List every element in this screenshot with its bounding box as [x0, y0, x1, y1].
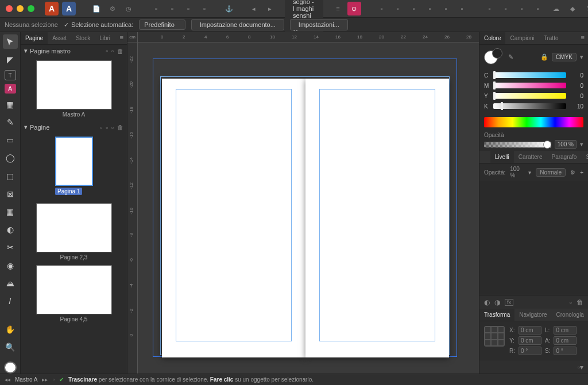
panel-menu-icon[interactable]: ≡ [578, 32, 588, 44]
delete-master-icon[interactable]: 🗑 [117, 48, 123, 55]
distribute-h-icon[interactable]: ▫ [483, 2, 497, 15]
layer-opacity-value[interactable]: 100 % [510, 166, 524, 178]
align-top-icon[interactable]: ▫ [423, 2, 437, 15]
r-input[interactable] [519, 347, 541, 355]
horizontal-ruler[interactable]: 0 2 4 6 8 10 12 14 16 18 20 22 24 26 28 [138, 32, 479, 42]
tab-colore[interactable]: Colore [479, 32, 505, 44]
tab-stock[interactable]: Stock [71, 32, 95, 44]
master-thumbnail[interactable] [21, 57, 127, 111]
autosave-icon[interactable]: ✔ [59, 376, 64, 383]
flip-v-icon[interactable]: ▫ [531, 2, 545, 15]
distribute-v-icon[interactable]: ▫ [499, 2, 513, 15]
delete-layer-icon[interactable]: 🗑 [577, 298, 583, 306]
y-input[interactable] [519, 336, 541, 345]
l-input[interactable] [554, 326, 577, 335]
fill-tool[interactable]: ◐ [3, 223, 18, 237]
page-options-icon[interactable]: ▫ [100, 124, 102, 131]
opacity-slider[interactable] [484, 142, 551, 147]
tab-trasforma[interactable]: Trasforma [479, 309, 514, 321]
anchor-icon[interactable]: ⚓ [225, 2, 233, 15]
disclosure-icon[interactable]: ▾ [24, 47, 28, 55]
tab-stili[interactable]: Sti [581, 151, 588, 163]
s-input[interactable] [554, 347, 577, 355]
move-tool[interactable] [3, 34, 18, 49]
fx-icon[interactable]: fx [505, 299, 513, 306]
arrange-icon-2[interactable]: ▫ [198, 2, 211, 15]
adjustment-icon[interactable]: ◑ [494, 298, 500, 306]
preflight-icon[interactable]: ▫ [52, 376, 55, 383]
anchor-selector[interactable] [484, 326, 505, 347]
x-input[interactable] [519, 326, 541, 335]
layer-clip-icon[interactable]: ▫ [570, 298, 572, 306]
align-center-icon[interactable]: ▫ [391, 2, 405, 15]
layer-settings-icon[interactable]: ⚙ [570, 169, 575, 176]
panel-menu-icon[interactable]: ≡ [117, 32, 127, 44]
current-master[interactable]: Mastro A [15, 376, 37, 383]
document-setup-button[interactable]: Impostazione documento... [191, 19, 284, 30]
tab-blank[interactable] [479, 151, 490, 163]
layer-add-icon[interactable]: + [580, 169, 583, 176]
dropdown-icon[interactable]: ▾ [580, 141, 583, 148]
store-icon[interactable]: ◆ [566, 2, 579, 15]
picture-frame-tool[interactable]: ⊠ [3, 186, 18, 201]
stroke-swatch[interactable] [492, 48, 502, 59]
baseline-grid-icon[interactable]: ≡ [331, 2, 345, 15]
tab-libri[interactable]: Libri [95, 32, 115, 44]
text-frame-tool[interactable]: T [5, 70, 16, 80]
preferences-button[interactable]: Impostazioni... [290, 19, 348, 30]
align-bottom-icon[interactable]: ▫ [455, 2, 469, 15]
tab-navigatore[interactable]: Navigatore [514, 309, 551, 321]
add-page-icon[interactable]: ▫ [106, 124, 108, 131]
delete-page-icon[interactable]: 🗑 [117, 124, 123, 131]
ellipse-tool[interactable]: ◯ [3, 151, 18, 165]
file-open-icon[interactable]: 📄 [90, 2, 103, 15]
prev-spread-icon[interactable]: ◂◂ [5, 376, 10, 383]
tab-cronologia[interactable]: Cronologia [552, 309, 588, 321]
magenta-value[interactable]: 0 [570, 83, 583, 89]
tab-campioni[interactable]: Campioni [505, 32, 539, 44]
black-value[interactable]: 10 [570, 103, 583, 110]
vector-crop-tool[interactable]: ▦ [3, 204, 18, 219]
rounded-rect-tool[interactable]: ▢ [3, 169, 18, 183]
align-right-icon[interactable]: ▫ [407, 2, 421, 15]
yellow-value[interactable]: 0 [570, 93, 583, 99]
a-input[interactable] [554, 336, 577, 345]
page-1-thumbnail[interactable] [21, 137, 127, 186]
ruler-unit[interactable]: cm [127, 32, 138, 42]
tab-tratto[interactable]: Tratto [539, 32, 563, 44]
arrange-front-icon[interactable]: ▫ [165, 2, 179, 15]
next-spread-icon[interactable]: ▸▸ [42, 376, 48, 383]
color-model-select[interactable]: CMYK [552, 53, 577, 61]
duplicate-page-icon[interactable]: ▫ [111, 124, 114, 131]
flip-h-icon[interactable]: ▫ [515, 2, 529, 15]
sync-icon[interactable]: ☁ [550, 2, 563, 15]
persona-publisher-icon[interactable]: A [45, 2, 59, 15]
magenta-slider[interactable] [493, 83, 566, 88]
mask-icon[interactable]: ◐ [484, 298, 490, 306]
page-left[interactable] [162, 79, 305, 357]
transparency-tool[interactable]: ◉ [3, 258, 18, 273]
tab-livelli[interactable]: Livelli [490, 151, 514, 163]
place-image-tool[interactable]: ⛰ [3, 276, 18, 290]
canvas[interactable]: cm 0 2 4 6 8 10 12 14 16 18 20 22 24 26 … [127, 32, 479, 374]
eyedropper-icon[interactable]: ✎ [508, 53, 513, 61]
view-hand-tool[interactable]: ✋ [3, 322, 18, 336]
hue-spectrum[interactable] [484, 117, 583, 127]
black-slider[interactable] [493, 103, 566, 109]
master-options-icon[interactable]: ▫ [111, 48, 114, 55]
node-tool[interactable]: ◤ [3, 52, 18, 67]
table-tool[interactable]: ▦ [3, 97, 18, 111]
tab-carattere[interactable]: Carattere [514, 151, 547, 163]
layers-list[interactable] [479, 181, 588, 295]
close-window-button[interactable] [6, 5, 13, 12]
opacity-value[interactable]: 100 % [555, 140, 577, 149]
clock-icon[interactable]: ◷ [122, 2, 136, 15]
nav-left-icon[interactable]: ◂ [247, 2, 261, 15]
align-left-icon[interactable]: ▫ [375, 2, 389, 15]
cyan-value[interactable]: 0 [570, 72, 583, 79]
disclosure-icon[interactable]: ▾ [24, 123, 28, 131]
help-icon[interactable]: ? [582, 2, 588, 15]
preset-dropdown[interactable]: Predefinito [139, 20, 185, 30]
tab-asset[interactable]: Asset [48, 32, 71, 44]
color-picker-tool[interactable]: / [3, 294, 18, 308]
